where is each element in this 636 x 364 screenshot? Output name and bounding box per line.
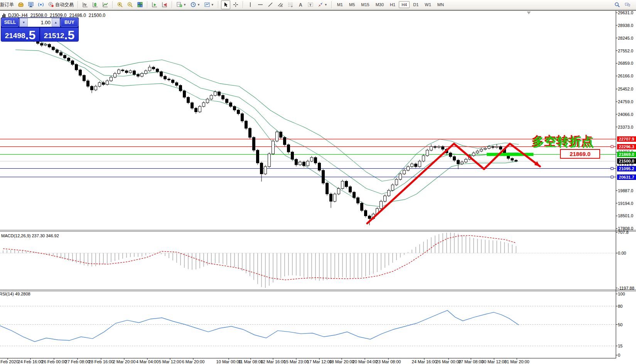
- volume-increase-button[interactable]: ▲: [52, 18, 60, 27]
- zoom-out-button[interactable]: [125, 0, 135, 9]
- one-click-trading-panel: SELL ▼ ▲ BUY 21498.5 21512.5: [1, 17, 79, 42]
- auto-scroll-button[interactable]: [150, 0, 159, 9]
- channel-button[interactable]: E: [276, 0, 285, 9]
- zoom-in-button[interactable]: [115, 0, 125, 9]
- fibonacci-button[interactable]: F: [286, 0, 295, 9]
- svg-text:F: F: [291, 5, 293, 8]
- rsi-tick-label: 100: [618, 292, 636, 296]
- price-badge: 22296.3: [617, 144, 636, 149]
- buy-button[interactable]: BUY: [61, 18, 78, 27]
- price-badge: 21095.2: [617, 166, 636, 171]
- sell-price-main: 21498: [5, 31, 25, 41]
- svg-text:A: A: [299, 2, 302, 8]
- line-chart-button[interactable]: [101, 0, 110, 9]
- templates-button[interactable]: ▼: [202, 0, 216, 9]
- svg-text:E: E: [281, 5, 283, 7]
- candlestick-button[interactable]: [91, 0, 100, 9]
- rsi-tick-label: 15: [618, 344, 636, 348]
- volume-decrease-button[interactable]: ▼: [20, 18, 28, 27]
- trendline-button[interactable]: [266, 0, 275, 9]
- toolbar-separator: [78, 1, 78, 8]
- price-tick-label: 28245.0: [618, 36, 636, 40]
- time-label: 26 Feb 00:00: [42, 359, 67, 364]
- chart-shift-button[interactable]: [160, 0, 169, 9]
- price-badge: 21500.0: [617, 158, 636, 164]
- toolbar-separator: [243, 1, 243, 8]
- vertical-line-button[interactable]: [246, 0, 255, 9]
- search-button[interactable]: [612, 0, 622, 9]
- toolbar-group: [221, 0, 241, 10]
- timeframe-H1[interactable]: H1: [387, 1, 398, 8]
- time-label: 6 Mar 20:00: [182, 359, 205, 364]
- chat-icon: [624, 2, 631, 8]
- autotrading-icon: [48, 2, 54, 8]
- time-label: 5 Mar 12:00: [159, 359, 182, 364]
- time-label: 27 Mar 08:00: [459, 359, 484, 364]
- price-badge: 20631.7: [617, 174, 636, 180]
- new-chart-button[interactable]: ▼: [175, 0, 188, 9]
- trendline-icon: [267, 2, 273, 8]
- time-label: 15 Mar 23:00: [284, 359, 309, 364]
- price-tick-label: 29631.0: [618, 10, 636, 15]
- toolbar-separator: [147, 1, 148, 8]
- toolbar-group: [150, 0, 170, 10]
- timeframe-M5[interactable]: M5: [346, 1, 358, 8]
- cursor-button[interactable]: [221, 0, 230, 9]
- buy-price-button[interactable]: 21512.5: [40, 28, 78, 41]
- time-label: 17 Mar 12:00: [307, 359, 332, 364]
- bar-chart-icon: [82, 2, 88, 8]
- volume-input[interactable]: [28, 18, 52, 27]
- autotrading-button[interactable]: 自动交易: [46, 0, 75, 9]
- chart-plot[interactable]: [0, 11, 636, 364]
- line-handle[interactable]: [611, 168, 613, 170]
- sell-button[interactable]: SELL: [1, 18, 19, 27]
- timeframe-D1[interactable]: D1: [410, 1, 421, 8]
- sell-price-button[interactable]: 21498.5: [1, 28, 39, 41]
- text-button[interactable]: A: [296, 0, 305, 9]
- line-chart-icon: [102, 2, 108, 8]
- fibonacci-icon: F: [287, 2, 294, 8]
- label-icon: T: [307, 2, 314, 8]
- price-tick-label: 23373.0: [618, 125, 636, 129]
- rsi-tick-label: 50: [618, 322, 636, 327]
- toolbar-group: EFAT▼: [245, 0, 329, 10]
- time-label: 27 Feb 08:00: [65, 359, 90, 364]
- chevron-down-icon: ▼: [324, 3, 327, 7]
- search-icon: [614, 2, 620, 8]
- timeframe-MN[interactable]: MN: [435, 1, 447, 8]
- line-handle[interactable]: [611, 146, 613, 148]
- tile-windows-button[interactable]: [135, 0, 145, 9]
- market-watch-button[interactable]: [26, 0, 35, 9]
- toolbar-group: ▼▼▼: [174, 0, 216, 10]
- chat-button[interactable]: [623, 0, 632, 9]
- timeframe-M15[interactable]: M15: [358, 1, 372, 8]
- line-handle[interactable]: [611, 176, 613, 178]
- time-label: 26 Mar 00:00: [436, 359, 461, 364]
- crosshair-button[interactable]: [231, 0, 240, 9]
- timeframe-W1[interactable]: W1: [422, 1, 434, 8]
- horizontal-line-button[interactable]: [256, 0, 265, 9]
- new-order-button[interactable]: 新订单: [0, 0, 15, 9]
- shift-marker[interactable]: [527, 12, 531, 14]
- bar-chart-button[interactable]: [81, 0, 90, 9]
- autotrading-button-label: 自动交易: [55, 2, 74, 8]
- bollinger-upper-band: [15, 24, 519, 181]
- buy-price-pip: .5: [64, 29, 75, 41]
- price-badge: 22707.9: [617, 136, 636, 142]
- chevron-down-icon: ▼: [211, 3, 214, 7]
- svg-text:T: T: [309, 3, 312, 7]
- timeframe-M30[interactable]: M30: [373, 1, 386, 8]
- macd-tick-label: -1197.88: [618, 286, 636, 290]
- channel-icon: E: [277, 2, 283, 8]
- chart-window-button[interactable]: [16, 0, 25, 9]
- price-tick-label: 18501.0: [618, 213, 636, 218]
- periods-button[interactable]: ▼: [189, 0, 202, 9]
- signals-button[interactable]: [36, 0, 46, 9]
- price-tick-label: 25452.0: [618, 87, 636, 91]
- arrows-button[interactable]: ▼: [316, 0, 329, 9]
- timeframe-M1[interactable]: M1: [334, 1, 346, 8]
- label-button[interactable]: T: [306, 0, 315, 9]
- price-annotation-box: 21869.0: [560, 149, 600, 159]
- arrows-icon: [317, 2, 324, 8]
- timeframe-H4[interactable]: H4: [399, 1, 410, 8]
